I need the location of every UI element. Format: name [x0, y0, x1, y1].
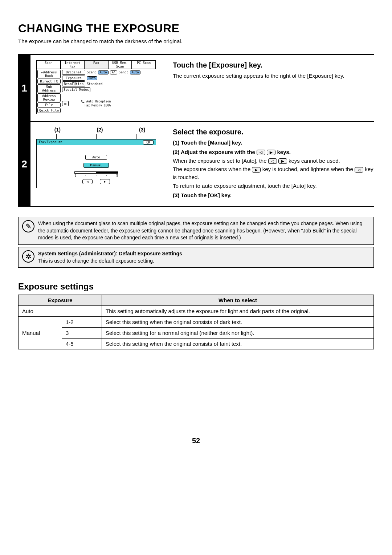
scale-min: 1 — [74, 174, 76, 178]
note-2-title: System Settings (Administrator): Default… — [38, 251, 182, 256]
step-1-graphic: Scan Internet Fax Fax USB Mem. Scan PC S… — [36, 60, 163, 114]
scale-max: 5 — [116, 174, 118, 178]
scan-a4-pill: A4 — [110, 70, 117, 74]
cell-3: 3 — [62, 328, 102, 339]
callout-3: (3) — [137, 127, 148, 133]
btn-manual[interactable]: Manual — [83, 163, 109, 168]
scan-auto-pill: Auto — [98, 70, 109, 74]
page-number: 52 — [18, 437, 374, 445]
btn-sub-address[interactable]: Sub Address — [37, 84, 61, 93]
cell-4-5-desc: Select this setting when the original co… — [102, 339, 374, 349]
darken-button[interactable]: ▶ — [100, 179, 110, 184]
th-when-to-select: When to select — [102, 295, 374, 306]
step-2-heading: Select the exposure. — [173, 127, 374, 137]
step-2-para2: The exposure darkens when the ▶ key is t… — [173, 165, 374, 181]
tab-usb-mem-scan[interactable]: USB Mem. Scan — [108, 60, 132, 69]
exposure-settings-table: Exposure When to select Auto This settin… — [18, 295, 374, 349]
step-2-sub1: (1) Touch the [Manual] key. — [173, 139, 374, 147]
btn-direct-tx[interactable]: Direct TX — [37, 79, 61, 84]
preview-icon[interactable]: ▥ — [62, 101, 69, 106]
cell-auto-desc: This setting automatically adjusts the e… — [102, 306, 374, 317]
cell-auto: Auto — [19, 306, 102, 317]
note-box-2: ✲ System Settings (Administrator): Defau… — [18, 247, 374, 268]
left-arrow-key-icon: ◁ — [355, 167, 363, 173]
btn-quick-file[interactable]: Quick File — [37, 108, 61, 113]
right-arrow-key-icon: ▶ — [252, 167, 261, 173]
lighten-button[interactable]: ◁ — [82, 179, 93, 184]
step-2-number: 2 — [18, 122, 30, 206]
step-1-heading: Touch the [Exposure] key. — [173, 60, 374, 70]
note-1-text: When using the document glass to scan mu… — [38, 220, 370, 242]
tab-pc-scan[interactable]: PC Scan — [132, 60, 156, 69]
th-exposure: Exposure — [19, 295, 102, 306]
step-2-graphic: (1) (2) (3) Fax/Exposure OK — [36, 127, 163, 199]
step-2-sub2: (2) Adjust the exposure with the ◁ ▶ key… — [173, 148, 374, 156]
tab-scan[interactable]: Scan — [37, 60, 61, 69]
status-fax-memory: Fax Memory:100% — [79, 104, 112, 108]
exposure-settings-heading: Exposure settings — [18, 281, 374, 292]
step-2-para3: To return to auto exposure adjustment, t… — [173, 182, 374, 190]
pencil-note-icon: ✎ — [22, 220, 34, 232]
step-1: 1 Scan Internet Fax Fax USB Mem. Scan PC… — [18, 55, 374, 122]
step-2-para1: When the exposure is set to [Auto], the … — [173, 157, 374, 165]
left-arrow-key-icon: ◁ — [257, 150, 265, 155]
ok-button[interactable]: OK — [143, 140, 154, 145]
callout-2: (2) — [94, 127, 105, 133]
panel2-title: Fax/Exposure — [39, 140, 62, 145]
exposure-scale — [74, 171, 118, 174]
exposure-value: Auto — [87, 76, 97, 80]
tab-internet-fax[interactable]: Internet Fax — [61, 60, 85, 69]
intro-text: The exposure can be changed to match the… — [18, 38, 374, 44]
btn-original[interactable]: Original — [62, 70, 85, 75]
note-2-body: This is used to change the default expos… — [38, 258, 154, 264]
pointer-hand-icon: ☝ — [72, 78, 77, 87]
btn-address-book[interactable]: ▸Address Book — [37, 70, 61, 78]
send-auto-pill: Auto — [130, 70, 140, 74]
btn-auto[interactable]: Auto — [85, 155, 107, 160]
cell-1-2: 1-2 — [62, 317, 102, 328]
steps-container: 1 Scan Internet Fax Fax USB Mem. Scan PC… — [18, 54, 374, 207]
step-1-desc: The current exposure setting appears to … — [173, 72, 374, 80]
right-arrow-key-icon: ▶ — [267, 150, 275, 155]
resolution-value: Standard — [87, 82, 102, 86]
send-label: Send: — [119, 70, 128, 74]
scan-label: Scan: — [87, 70, 97, 74]
gear-note-icon: ✲ — [22, 250, 34, 263]
btn-address-review[interactable]: Address Review — [37, 93, 61, 102]
left-arrow-key-icon: ◁ — [268, 158, 277, 164]
callout-1: (1) — [52, 127, 63, 133]
step-2: 2 (1) (2) (3) Fax/Exposure OK — [18, 122, 374, 207]
cell-1-2-desc: Select this setting when the original co… — [102, 317, 374, 328]
step-2-sub3: (3) Touch the [OK] key. — [173, 191, 374, 199]
step-1-number: 1 — [18, 55, 30, 121]
cell-4-5: 4-5 — [62, 339, 102, 349]
status-auto-reception: 📞 Auto Reception — [79, 100, 112, 104]
btn-file[interactable]: File — [37, 102, 61, 108]
btn-special-modes[interactable]: Special Modes — [62, 87, 90, 92]
right-arrow-key-icon: ▶ — [278, 158, 287, 164]
cell-manual: Manual — [19, 317, 62, 349]
note-box-1: ✎ When using the document glass to scan … — [18, 217, 374, 245]
cell-3-desc: Select this setting for a normal origina… — [102, 328, 374, 339]
tab-fax[interactable]: Fax — [84, 60, 108, 69]
page-title: CHANGING THE EXPOSURE — [18, 22, 374, 35]
